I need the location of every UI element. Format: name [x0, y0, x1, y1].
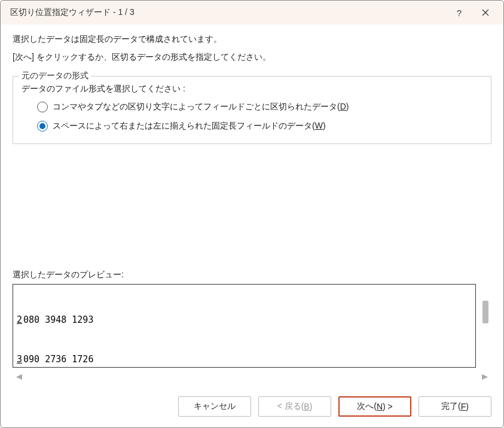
wizard-dialog: 区切り位置指定ウィザード - 1 / 3 ? 選択したデータは固定長のデータで構…	[0, 0, 504, 428]
horizontal-scrollbar[interactable]: ◀ ▶	[13, 369, 491, 383]
titlebar: 区切り位置指定ウィザード - 1 / 3 ?	[1, 1, 503, 25]
preview-label: 選択したデータのプレビュー:	[13, 270, 491, 280]
radio-fixed-width[interactable]: スペースによって右または左に揃えられた固定長フィールドのデータ(W)	[37, 121, 482, 132]
description-line-2: [次へ] をクリックするか、区切るデータの形式を指定してください。	[13, 52, 491, 63]
radio-group: コンマやタブなどの区切り文字によってフィールドごとに区切られたデータ(D) スペ…	[22, 102, 482, 132]
preview-row: 2080 3948 1293	[17, 313, 472, 326]
radio-delimited[interactable]: コンマやタブなどの区切り文字によってフィールドごとに区切られたデータ(D)	[37, 102, 482, 112]
radio-fixed-width-label: スペースによって右または左に揃えられた固定長フィールドのデータ(W)	[53, 121, 326, 132]
next-button[interactable]: 次へ(N) >	[338, 396, 411, 417]
titlebar-title: 区切り位置指定ウィザード - 1 / 3	[10, 7, 446, 18]
cancel-button[interactable]: キャンセル	[178, 396, 251, 417]
preview-row: 3090 2736 1726	[17, 353, 472, 366]
content-area: 選択したデータは固定長のデータで構成されています。 [次へ] をクリックするか、…	[1, 25, 503, 389]
vertical-scrollbar[interactable]	[479, 284, 491, 368]
radio-fixed-width-indicator	[37, 121, 48, 132]
scroll-right-arrow[interactable]: ▶	[478, 372, 491, 381]
fieldset-prompt: データのファイル形式を選択してください :	[22, 84, 482, 94]
fieldset-legend: 元のデータの形式	[19, 71, 91, 81]
finish-button[interactable]: 完了(F)	[419, 396, 491, 417]
close-button[interactable]	[472, 4, 499, 22]
scrollbar-thumb[interactable]	[482, 301, 488, 323]
preview-box[interactable]: 2080 3948 1293 3090 2736 1726 4070 1625 …	[13, 284, 476, 368]
scroll-left-arrow[interactable]: ◀	[13, 372, 26, 381]
help-button[interactable]: ?	[446, 4, 472, 22]
footer-buttons: キャンセル < 戻る(B) 次へ(N) > 完了(F)	[1, 389, 503, 427]
description-line-1: 選択したデータは固定長のデータで構成されています。	[13, 34, 491, 45]
back-button: < 戻る(B)	[258, 396, 331, 417]
close-icon	[482, 9, 489, 16]
radio-delimited-indicator	[37, 102, 48, 112]
data-format-fieldset: 元のデータの形式 データのファイル形式を選択してください : コンマやタブなどの…	[13, 76, 491, 144]
preview-wrap: 2080 3948 1293 3090 2736 1726 4070 1625 …	[13, 284, 491, 368]
radio-delimited-label: コンマやタブなどの区切り文字によってフィールドごとに区切られたデータ(D)	[53, 102, 349, 112]
help-icon: ?	[457, 8, 462, 18]
